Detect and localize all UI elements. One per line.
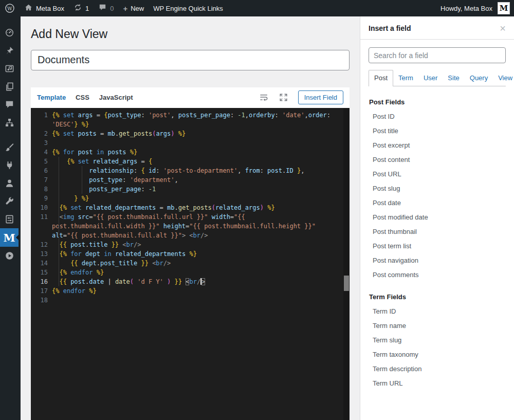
field-item[interactable]: Term slug bbox=[369, 333, 506, 348]
fullscreen-icon[interactable] bbox=[279, 93, 288, 102]
code-line-3[interactable]: 3 bbox=[31, 138, 350, 148]
field-item[interactable]: Term name bbox=[369, 319, 506, 333]
code-line-1[interactable]: 1{% set args = {post_type: 'post', posts… bbox=[31, 111, 350, 129]
code-line-18[interactable]: 18 bbox=[31, 296, 350, 305]
field-item[interactable]: Post slug bbox=[369, 181, 506, 196]
insert-field-button[interactable]: Insert Field bbox=[298, 90, 343, 104]
field-item[interactable]: Post navigation bbox=[369, 253, 506, 268]
comments-menu[interactable]: 0 bbox=[94, 0, 118, 16]
code-line-17[interactable]: 17{% endfor %} bbox=[31, 286, 350, 296]
play-circle-icon bbox=[5, 251, 14, 261]
wp-logo[interactable]: W bbox=[0, 0, 20, 16]
panel-tab-view[interactable]: View bbox=[493, 70, 514, 86]
line-number: 4 bbox=[31, 148, 48, 157]
panel-tab-term[interactable]: Term bbox=[393, 70, 418, 86]
code-line-2[interactable]: 2{% set posts = mb.get_posts(args) %} bbox=[31, 129, 350, 138]
code-line-5[interactable]: 5 {% set related_args = { bbox=[31, 157, 350, 166]
sidebar-item-settings[interactable] bbox=[0, 210, 19, 228]
code-line-11[interactable]: 11 <img src="{{ post.thumbnail.full.url … bbox=[31, 212, 350, 240]
quick-links-label: WP Engine Quick Links bbox=[153, 5, 223, 12]
sidebar-item-posts-pin[interactable] bbox=[0, 42, 19, 60]
admin-sidebar: M bbox=[0, 16, 21, 420]
code-text: post_type: 'department', bbox=[52, 175, 338, 185]
sidebar-item-comments[interactable] bbox=[0, 96, 19, 114]
code-line-9[interactable]: 9 } %} bbox=[31, 194, 350, 203]
panel-tabs: PostTermUserSiteQueryView bbox=[369, 70, 506, 86]
howdy-text: Howdy, Meta Box bbox=[440, 5, 492, 12]
panel-tab-query[interactable]: Query bbox=[465, 70, 493, 86]
code-line-6[interactable]: 6 relationship: { id: 'post-to-departmen… bbox=[31, 166, 350, 175]
field-item[interactable]: Term URL bbox=[369, 376, 506, 391]
appearance-brush-icon bbox=[5, 142, 14, 152]
field-item[interactable]: Post excerpt bbox=[369, 138, 506, 153]
tab-css[interactable]: CSS bbox=[76, 94, 89, 101]
field-item[interactable]: Term taxonomy bbox=[369, 348, 506, 362]
field-item[interactable]: Post date bbox=[369, 196, 506, 210]
panel-tab-post[interactable]: Post bbox=[369, 70, 393, 86]
sidebar-item-tools-wrench[interactable] bbox=[0, 192, 19, 210]
sidebar-item-media[interactable] bbox=[0, 60, 19, 78]
sidebar-item-dashboard[interactable] bbox=[0, 24, 19, 42]
line-number: 10 bbox=[31, 203, 48, 212]
wp-engine-quick-links[interactable]: WP Engine Quick Links bbox=[149, 0, 228, 16]
line-number: 6 bbox=[31, 166, 48, 175]
sidebar-item-play-circle[interactable] bbox=[0, 247, 19, 265]
tab-template[interactable]: Template bbox=[37, 94, 66, 101]
panel-tab-site[interactable]: Site bbox=[443, 70, 464, 86]
word-wrap-icon[interactable] bbox=[259, 93, 269, 102]
field-item[interactable]: Term ID bbox=[369, 304, 506, 319]
code-line-14[interactable]: 14 {{ dept.post_title }} <br/> bbox=[31, 259, 350, 268]
tab-javascript[interactable]: JavaScript bbox=[99, 94, 133, 101]
line-number: 12 bbox=[31, 240, 48, 249]
updates-icon bbox=[74, 3, 82, 13]
code-line-12[interactable]: 12 {{ post.title }} <br/> bbox=[31, 240, 350, 249]
field-item[interactable]: Post comments bbox=[369, 268, 506, 282]
field-item[interactable]: Post title bbox=[369, 124, 506, 138]
sidebar-item-plugins-plug[interactable] bbox=[0, 156, 19, 174]
close-icon[interactable]: × bbox=[500, 25, 506, 32]
code-line-16[interactable]: 16 {{ post.date | date( 'd F Y' ) }} <br… bbox=[31, 277, 350, 286]
field-search-input[interactable] bbox=[369, 47, 506, 63]
updates-menu[interactable]: 1 bbox=[69, 0, 94, 16]
field-item[interactable]: Post thumbnail bbox=[369, 225, 506, 239]
field-item[interactable]: Post URL bbox=[369, 167, 506, 181]
code-line-10[interactable]: 10 {% set related_departments = mb.get_p… bbox=[31, 203, 350, 212]
field-item[interactable]: Post content bbox=[369, 153, 506, 167]
sidebar-item-appearance-brush[interactable] bbox=[0, 138, 19, 156]
howdy-menu[interactable]: Howdy, Meta Box bbox=[436, 0, 493, 16]
code-line-8[interactable]: 8 posts_per_page: -1 bbox=[31, 185, 350, 194]
code-text: {{ dept.post_title }} <br/> bbox=[52, 259, 338, 268]
sidebar-item-metabox-m[interactable]: M bbox=[0, 228, 19, 247]
new-menu[interactable]: + New bbox=[118, 0, 149, 16]
view-title-input[interactable] bbox=[31, 50, 350, 70]
line-number: 7 bbox=[31, 175, 48, 185]
sidebar-item-sitemap[interactable] bbox=[0, 114, 19, 132]
posts-pin-icon bbox=[5, 46, 14, 56]
code-editor[interactable]: 1{% set args = {post_type: 'post', posts… bbox=[31, 108, 350, 420]
code-text: {% for dept in related_departments %} bbox=[52, 249, 338, 259]
code-line-7[interactable]: 7 post_type: 'department', bbox=[31, 175, 350, 185]
site-menu[interactable]: Meta Box bbox=[20, 0, 69, 16]
avatar[interactable]: M bbox=[498, 2, 510, 14]
editor-tabbar: Template CSS JavaScript Insert Field bbox=[31, 87, 350, 108]
line-number: 13 bbox=[31, 249, 48, 259]
code-line-4[interactable]: 4{% for post in posts %} bbox=[31, 148, 350, 157]
field-item[interactable]: Post modified date bbox=[369, 210, 506, 225]
tools-wrench-icon bbox=[5, 196, 14, 206]
code-text: {% set args = {post_type: 'post', posts_… bbox=[52, 111, 338, 129]
comments-icon bbox=[5, 100, 14, 109]
indent-guide bbox=[59, 157, 59, 166]
editor-scrollbar-thumb[interactable] bbox=[344, 276, 349, 291]
field-item[interactable]: Term description bbox=[369, 362, 506, 376]
sidebar-item-users[interactable] bbox=[0, 174, 19, 192]
sidebar-item-pages[interactable] bbox=[0, 78, 19, 96]
panel-title: Insert a field bbox=[369, 24, 411, 32]
code-line-15[interactable]: 15 {% endfor %} bbox=[31, 268, 350, 277]
field-item[interactable]: Post term list bbox=[369, 239, 506, 253]
indent-guide bbox=[82, 175, 82, 185]
code-text: relationship: { id: 'post-to-department'… bbox=[52, 166, 338, 175]
indent-guide bbox=[59, 277, 59, 286]
field-item[interactable]: Post ID bbox=[369, 109, 506, 124]
panel-tab-user[interactable]: User bbox=[418, 70, 443, 86]
code-line-13[interactable]: 13 {% for dept in related_departments %} bbox=[31, 249, 350, 259]
